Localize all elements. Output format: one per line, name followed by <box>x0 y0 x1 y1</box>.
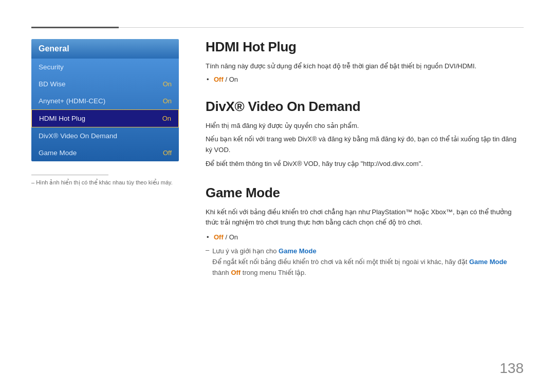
hdmi-section-title: HDMI Hot Plug <box>206 39 524 55</box>
sidebar-item-gamemode-value: Off <box>163 149 172 157</box>
sidebar-item-hdmi-hot-plug-value: On <box>162 115 171 122</box>
gamemode-note-label: Lưu ý và giới hạn cho <box>212 247 276 255</box>
gamemode-section-title: Game Mode <box>206 185 524 201</box>
sidebar-item-hdmi-hot-plug-label: HDMI Hot Plug <box>39 115 85 122</box>
divx-section-title: DivX® Video On Demand <box>206 99 524 115</box>
top-line-light <box>119 27 524 28</box>
divx-desc1: Hiển thị mã đăng ký được ủy quyền cho sả… <box>206 121 524 132</box>
sidebar-header-label: General <box>39 44 69 53</box>
sidebar-item-security-label: Security <box>39 63 64 71</box>
gamemode-desc: Khi kết nối với bảng điều khiển trò chơi… <box>206 207 524 229</box>
sidebar-item-divx[interactable]: DivX® Video On Demand <box>31 127 179 144</box>
gamemode-note-text3: trong menu Thiết lập. <box>243 269 306 276</box>
gamemode-note-highlight1: Game Mode <box>469 258 507 266</box>
sidebar-menu: Security BD Wise On Anynet+ (HDMI-CEC) O… <box>31 59 179 161</box>
footnote-area: – Hình ảnh hiển thị có thể khác nhau tùy… <box>31 175 179 186</box>
gamemode-bullet-list: Off / On <box>214 233 524 241</box>
note-dash: – <box>206 246 209 254</box>
sidebar-header: General <box>31 39 179 59</box>
sidebar-item-gamemode[interactable]: Game Mode Off <box>31 144 179 161</box>
gamemode-note-highlight: Game Mode <box>279 247 317 255</box>
footnote-divider <box>31 175 108 175</box>
divx-desc3: Để biết thêm thông tin về DivX® VOD, hãy… <box>206 159 524 170</box>
sidebar-item-bdwise[interactable]: BD Wise On <box>31 76 179 92</box>
gamemode-note-text2: thành <box>212 269 229 276</box>
hdmi-slash: / <box>224 76 229 83</box>
footnote-text: – Hình ảnh hiển thị có thể khác nhau tùy… <box>31 179 179 186</box>
hdmi-section-desc: Tính năng này được sử dụng để kích hoạt … <box>206 61 524 71</box>
sidebar-item-anynet-label: Anynet+ (HDMI-CEC) <box>39 97 105 105</box>
gamemode-note-line2: Để ngắt kết nối bảng điều khiển trò chơi… <box>212 257 524 278</box>
gamemode-off-label: Off <box>214 233 224 241</box>
top-decorative-lines <box>31 27 524 28</box>
sidebar: General Security BD Wise On Anynet+ (HDM… <box>31 39 179 161</box>
gamemode-note-block: – Lưu ý và giới hạn cho Game Mode Để ngắ… <box>206 246 524 278</box>
gamemode-section: Game Mode Khi kết nối với bảng điều khiể… <box>206 185 524 278</box>
page-number: 138 <box>499 360 524 377</box>
top-line-dark <box>31 27 119 28</box>
divx-section: DivX® Video On Demand Hiển thị mã đăng k… <box>206 99 524 170</box>
hdmi-on-label: On <box>229 76 238 83</box>
gamemode-on-label: On <box>229 233 238 241</box>
sidebar-item-anynet-value: On <box>163 97 172 105</box>
gamemode-slash: / <box>224 233 229 241</box>
sidebar-item-gamemode-label: Game Mode <box>39 149 77 157</box>
sidebar-item-hdmi-hot-plug[interactable]: HDMI Hot Plug On <box>31 109 179 127</box>
divx-desc2: Nếu bạn kết nối với trang web DivX® và đ… <box>206 134 524 156</box>
gamemode-note-line1: Lưu ý và giới hạn cho Game Mode <box>212 246 524 257</box>
sidebar-item-bdwise-label: BD Wise <box>39 80 66 88</box>
hdmi-off-label: Off <box>214 76 224 83</box>
sidebar-item-bdwise-value: On <box>163 80 172 88</box>
gamemode-bullet-item: Off / On <box>214 233 524 241</box>
sidebar-item-security[interactable]: Security <box>31 59 179 76</box>
sidebar-item-anynet[interactable]: Anynet+ (HDMI-CEC) On <box>31 92 179 109</box>
sidebar-item-divx-label: DivX® Video On Demand <box>39 132 117 140</box>
hdmi-bullet-item: Off / On <box>214 76 524 83</box>
main-content: HDMI Hot Plug Tính năng này được sử dụng… <box>206 39 524 278</box>
gamemode-note-highlight2: Off <box>231 269 240 276</box>
gamemode-note-content: Lưu ý và giới hạn cho Game Mode Để ngắt … <box>212 246 524 278</box>
gamemode-note-text1: Để ngắt kết nối bảng điều khiển trò chơi… <box>212 258 467 266</box>
hdmi-section: HDMI Hot Plug Tính năng này được sử dụng… <box>206 39 524 83</box>
hdmi-bullet-list: Off / On <box>214 76 524 83</box>
